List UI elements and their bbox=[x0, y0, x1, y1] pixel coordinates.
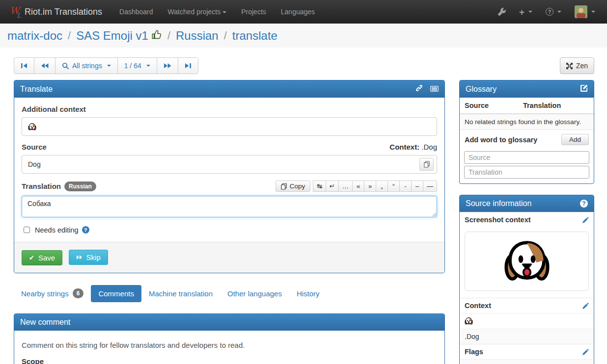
brand-label: Riot.im Translations bbox=[25, 7, 102, 17]
edit-screenshot-icon[interactable] bbox=[582, 217, 589, 223]
admin-tools-button[interactable] bbox=[498, 8, 506, 16]
add-word-label: Add word to glossary bbox=[465, 136, 537, 144]
nav-projects[interactable]: Projects bbox=[234, 0, 274, 24]
save-button[interactable]: ✔ Save bbox=[22, 250, 62, 265]
glossary-translation-input[interactable] bbox=[464, 166, 589, 179]
zen-label: Zen bbox=[576, 62, 588, 70]
translation-input[interactable]: Собака bbox=[22, 196, 437, 217]
skip-button[interactable]: Skip bbox=[69, 250, 108, 265]
next-icon bbox=[164, 63, 171, 69]
comment-description: Comment on this string for fellow transl… bbox=[22, 341, 437, 349]
glossary-source-input[interactable] bbox=[464, 151, 589, 164]
special-char-button[interactable]: — bbox=[423, 181, 437, 192]
breadcrumb-project[interactable]: matrix-doc bbox=[7, 29, 62, 43]
check-icon: ✔ bbox=[29, 254, 34, 261]
additional-context-label: Additional context bbox=[22, 105, 437, 113]
special-char-button[interactable]: ↹ bbox=[313, 181, 326, 192]
help-icon[interactable]: ? bbox=[580, 200, 588, 208]
edit-glossary-icon[interactable] bbox=[580, 84, 588, 94]
context-value: .Dog bbox=[421, 143, 437, 151]
nav-languages[interactable]: Languages bbox=[274, 0, 322, 24]
additional-context-box bbox=[22, 117, 437, 136]
flags-value-row: No flags currently set! bbox=[460, 359, 594, 364]
copy-source-button[interactable] bbox=[419, 158, 434, 171]
breadcrumb-separator: / bbox=[68, 29, 71, 42]
zen-mode-button[interactable]: Zen bbox=[560, 57, 594, 74]
source-label: Source bbox=[22, 143, 47, 151]
special-char-button[interactable]: ↵ bbox=[326, 181, 339, 192]
last-icon bbox=[185, 63, 192, 69]
nav-dashboard[interactable]: Dashboard bbox=[112, 0, 161, 24]
thumbs-up-icon bbox=[152, 29, 162, 43]
translate-panel-header: Translate bbox=[14, 80, 444, 98]
new-comment-panel: New comment Comment on this string for f… bbox=[14, 313, 445, 364]
translation-label: Translation bbox=[22, 182, 61, 190]
edit-context-icon[interactable] bbox=[582, 303, 589, 309]
special-char-button[interactable]: - bbox=[399, 181, 412, 192]
special-char-button[interactable]: » bbox=[364, 181, 376, 192]
keyboard-shortcuts-icon[interactable] bbox=[430, 85, 439, 94]
breadcrumb-component[interactable]: SAS Emoji v1 bbox=[76, 29, 148, 43]
breadcrumb: matrix-doc / SAS Emoji v1 / Russian / tr… bbox=[0, 24, 607, 48]
special-char-button[interactable]: „ bbox=[376, 181, 388, 192]
tab-comments[interactable]: Comments bbox=[91, 285, 141, 302]
tab-history[interactable]: History bbox=[289, 285, 327, 302]
chevron-down-icon bbox=[107, 65, 111, 67]
last-string-button[interactable] bbox=[178, 57, 198, 74]
special-char-button[interactable]: “ bbox=[387, 181, 400, 192]
dog-screenshot-image bbox=[503, 238, 551, 285]
search-icon bbox=[62, 62, 69, 70]
needs-editing-checkbox[interactable] bbox=[24, 227, 30, 233]
context-section-label: Context bbox=[465, 302, 491, 310]
position-button[interactable]: 1 / 64 bbox=[117, 57, 157, 74]
previous-icon bbox=[41, 63, 49, 69]
breadcrumb-page[interactable]: translate bbox=[232, 29, 277, 43]
copy-icon bbox=[281, 183, 287, 190]
special-char-button[interactable]: … bbox=[338, 181, 353, 192]
special-char-button[interactable]: – bbox=[411, 181, 423, 192]
plus-icon: + bbox=[519, 7, 524, 17]
avatar bbox=[575, 5, 587, 18]
filter-label: All strings bbox=[72, 62, 102, 70]
new-comment-header: New comment bbox=[14, 314, 444, 331]
tab-nearby-strings[interactable]: Nearby strings 6 bbox=[14, 284, 91, 303]
translate-panel: Translate Additional context Source bbox=[14, 80, 445, 273]
search-filter-button[interactable]: All strings bbox=[55, 57, 118, 74]
next-string-button[interactable] bbox=[157, 57, 178, 74]
screenshot-image-box[interactable] bbox=[465, 232, 589, 291]
glossary-col-translation: Translation bbox=[523, 102, 561, 109]
glossary-col-source: Source bbox=[465, 102, 523, 109]
breadcrumb-language[interactable]: Russian bbox=[176, 29, 219, 43]
needs-editing-label: Needs editing bbox=[35, 226, 79, 234]
brand[interactable]: WL Riot.im Translations bbox=[7, 6, 105, 18]
nav-watched-projects[interactable]: Watched projects bbox=[161, 0, 234, 24]
tab-machine-translation[interactable]: Machine translation bbox=[141, 285, 220, 302]
translate-panel-footer: ✔ Save Skip bbox=[14, 242, 444, 273]
previous-string-button[interactable] bbox=[34, 57, 55, 74]
dog-emoji-icon bbox=[28, 123, 36, 131]
context-key-row: .Dog bbox=[460, 329, 594, 344]
glossary-empty-message: No related strings found in the glossary… bbox=[460, 114, 594, 130]
user-menu-button[interactable] bbox=[575, 5, 595, 18]
permalink-icon[interactable] bbox=[415, 84, 423, 94]
chevron-down-icon bbox=[591, 11, 595, 13]
tab-other-languages[interactable]: Other languages bbox=[220, 285, 289, 302]
special-char-button[interactable]: « bbox=[352, 181, 364, 192]
new-comment-title: New comment bbox=[20, 318, 70, 327]
chevron-down-icon bbox=[528, 11, 532, 13]
arrows-expand-icon bbox=[566, 63, 573, 69]
detail-tabs: Nearby strings 6 Comments Machine transl… bbox=[14, 284, 445, 303]
wrench-icon bbox=[498, 8, 506, 16]
source-string-box: Dog bbox=[22, 155, 437, 174]
pagination-toolbar: All strings 1 / 64 bbox=[14, 57, 445, 74]
first-string-button[interactable] bbox=[14, 57, 34, 74]
add-glossary-word-button[interactable]: Add bbox=[561, 134, 589, 145]
position-label: 1 / 64 bbox=[124, 62, 141, 70]
copy-translation-button[interactable]: Copy bbox=[276, 181, 311, 192]
help-menu-button[interactable]: ? bbox=[546, 8, 561, 16]
add-menu-button[interactable]: + bbox=[519, 7, 532, 17]
help-icon[interactable]: ? bbox=[82, 226, 89, 234]
help-icon: ? bbox=[546, 8, 553, 16]
edit-flags-icon[interactable] bbox=[582, 349, 589, 355]
screenshot-context-label: Screenshot context bbox=[465, 216, 531, 224]
